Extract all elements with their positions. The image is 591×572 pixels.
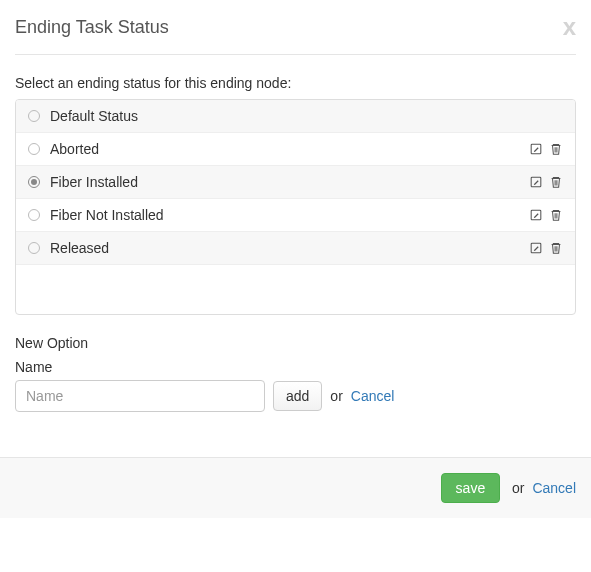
trash-icon[interactable] [549,241,563,255]
status-row[interactable]: Released [16,232,575,265]
status-label: Released [50,240,529,256]
new-option-title: New Option [15,335,576,351]
radio-button[interactable] [28,176,40,188]
edit-icon[interactable] [529,208,543,222]
modal-header: Ending Task Status x [15,15,576,55]
radio-button[interactable] [28,143,40,155]
save-button[interactable]: save [441,473,501,503]
edit-icon[interactable] [529,175,543,189]
add-button[interactable]: add [273,381,322,411]
name-input[interactable] [15,380,265,412]
radio-button[interactable] [28,209,40,221]
cancel-link[interactable]: Cancel [532,480,576,496]
status-list: Default StatusAbortedFiber InstalledFibe… [15,99,576,315]
status-row[interactable]: Fiber Installed [16,166,575,199]
radio-button[interactable] [28,110,40,122]
name-field-label: Name [15,359,576,375]
trash-icon[interactable] [549,208,563,222]
trash-icon[interactable] [549,175,563,189]
edit-icon[interactable] [529,241,543,255]
modal-footer: save or Cancel [0,457,591,518]
edit-icon[interactable] [529,142,543,156]
row-actions [529,142,563,156]
instruction-text: Select an ending status for this ending … [15,75,576,91]
or-text: or [330,388,342,404]
radio-button[interactable] [28,242,40,254]
status-label: Fiber Not Installed [50,207,529,223]
status-label: Aborted [50,141,529,157]
status-row[interactable]: Fiber Not Installed [16,199,575,232]
footer-or-text: or [512,480,524,496]
status-row[interactable]: Default Status [16,100,575,133]
modal-title: Ending Task Status [15,17,169,38]
trash-icon[interactable] [549,142,563,156]
close-button[interactable]: x [563,15,576,39]
row-actions [529,241,563,255]
status-label: Default Status [50,108,563,124]
status-label: Fiber Installed [50,174,529,190]
cancel-new-option-link[interactable]: Cancel [351,388,395,404]
status-row[interactable]: Aborted [16,133,575,166]
row-actions [529,208,563,222]
row-actions [529,175,563,189]
